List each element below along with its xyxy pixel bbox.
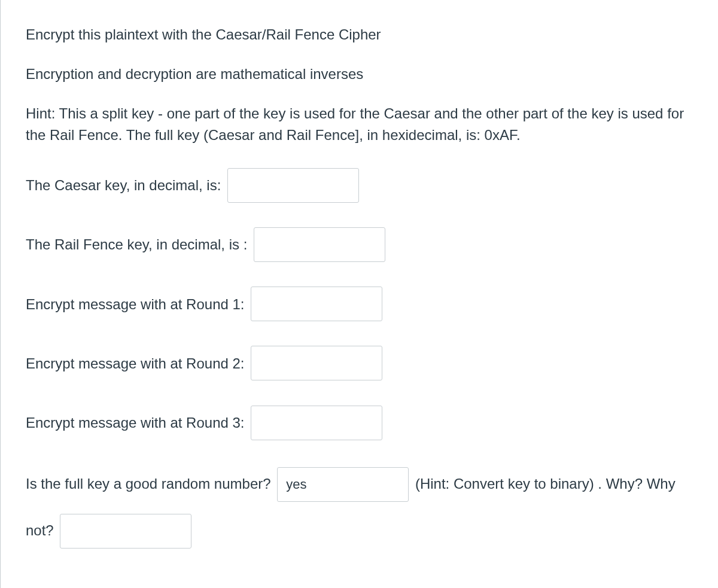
railfence-key-input[interactable] (254, 227, 385, 262)
round2-label: Encrypt message with at Round 2: (26, 355, 248, 371)
round3-label: Encrypt message with at Round 3: (26, 415, 248, 431)
caesar-key-label: The Caesar key, in decimal, is: (26, 177, 225, 193)
random-question-input[interactable] (277, 467, 409, 502)
round1-label: Encrypt message with at Round 1: (26, 296, 248, 312)
round1-row: Encrypt message with at Round 1: (26, 283, 700, 324)
round1-input[interactable] (251, 287, 382, 321)
caesar-key-row: The Caesar key, in decimal, is: (26, 164, 700, 205)
why-input[interactable] (60, 514, 191, 549)
random-question-label-before: Is the full key a good random number? (26, 476, 275, 492)
random-question-row: Is the full key a good random number? (H… (26, 461, 700, 554)
railfence-key-label: The Rail Fence key, in decimal, is : (26, 236, 251, 252)
instruction-line-1: Encrypt this plaintext with the Caesar/R… (26, 24, 700, 45)
round3-row: Encrypt message with at Round 3: (26, 401, 700, 443)
caesar-key-input[interactable] (227, 168, 359, 203)
instruction-line-2: Encryption and decryption are mathematic… (26, 63, 700, 85)
round2-input[interactable] (251, 346, 382, 380)
round2-row: Encrypt message with at Round 2: (26, 342, 700, 383)
railfence-key-row: The Rail Fence key, in decimal, is : (26, 223, 700, 264)
round3-input[interactable] (251, 406, 382, 440)
hint-text: Hint: This a split key - one part of the… (26, 103, 700, 146)
